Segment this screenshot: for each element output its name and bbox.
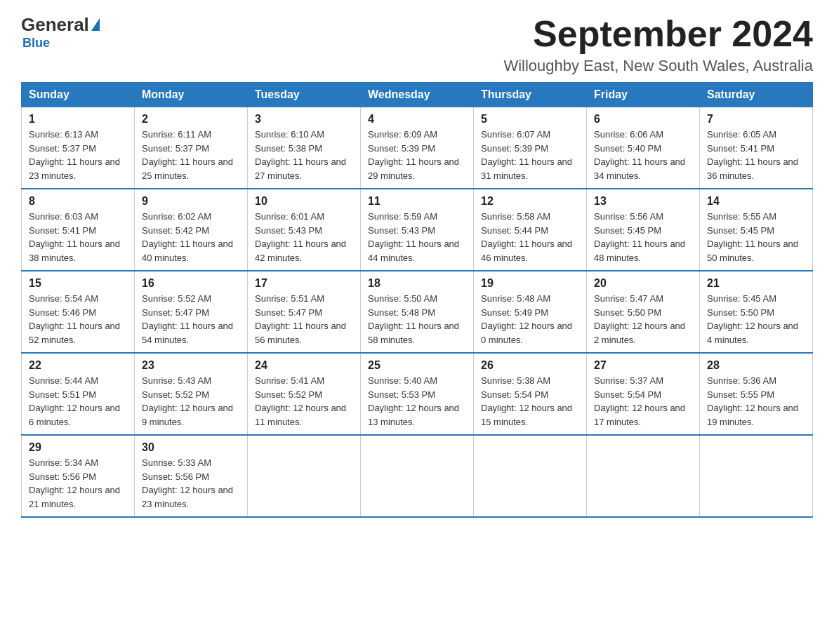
table-row: 23 Sunrise: 5:43 AM Sunset: 5:52 PM Dayl…: [135, 353, 248, 435]
table-row: 28 Sunrise: 5:36 AM Sunset: 5:55 PM Dayl…: [700, 353, 813, 435]
day-info: Sunrise: 6:02 AM Sunset: 5:42 PM Dayligh…: [142, 210, 240, 264]
day-info: Sunrise: 6:09 AM Sunset: 5:39 PM Dayligh…: [368, 128, 466, 182]
day-info: Sunrise: 5:38 AM Sunset: 5:54 PM Dayligh…: [481, 374, 579, 429]
day-number: 10: [255, 195, 353, 208]
table-row: 12 Sunrise: 5:58 AM Sunset: 5:44 PM Dayl…: [474, 189, 587, 271]
calendar-week-row: 1 Sunrise: 6:13 AM Sunset: 5:37 PM Dayli…: [22, 107, 813, 189]
header-friday: Friday: [587, 83, 700, 107]
table-row: 5 Sunrise: 6:07 AM Sunset: 5:39 PM Dayli…: [474, 107, 587, 189]
day-number: 15: [29, 277, 127, 290]
table-row: 17 Sunrise: 5:51 AM Sunset: 5:47 PM Dayl…: [248, 271, 361, 353]
day-info: Sunrise: 5:55 AM Sunset: 5:45 PM Dayligh…: [707, 210, 805, 264]
day-number: 21: [707, 277, 805, 290]
header-tuesday: Tuesday: [248, 83, 361, 107]
day-number: 12: [481, 195, 579, 208]
day-number: 6: [594, 113, 692, 126]
table-row: [248, 435, 361, 517]
day-number: 19: [481, 277, 579, 290]
table-row: 6 Sunrise: 6:06 AM Sunset: 5:40 PM Dayli…: [587, 107, 700, 189]
logo-blue-text: Blue: [22, 36, 50, 50]
logo: General Blue: [21, 14, 100, 51]
table-row: 14 Sunrise: 5:55 AM Sunset: 5:45 PM Dayl…: [700, 189, 813, 271]
day-info: Sunrise: 5:33 AM Sunset: 5:56 PM Dayligh…: [142, 456, 240, 511]
day-number: 17: [255, 277, 353, 290]
day-number: 7: [707, 113, 805, 126]
day-number: 5: [481, 113, 579, 126]
day-number: 11: [368, 195, 466, 208]
day-number: 9: [142, 195, 240, 208]
day-number: 3: [255, 113, 353, 126]
day-info: Sunrise: 5:59 AM Sunset: 5:43 PM Dayligh…: [368, 210, 466, 264]
table-row: 10 Sunrise: 6:01 AM Sunset: 5:43 PM Dayl…: [248, 189, 361, 271]
table-row: 11 Sunrise: 5:59 AM Sunset: 5:43 PM Dayl…: [361, 189, 474, 271]
day-info: Sunrise: 5:43 AM Sunset: 5:52 PM Dayligh…: [142, 374, 240, 429]
calendar-week-row: 15 Sunrise: 5:54 AM Sunset: 5:46 PM Dayl…: [22, 271, 813, 353]
header-saturday: Saturday: [700, 83, 813, 107]
table-row: 9 Sunrise: 6:02 AM Sunset: 5:42 PM Dayli…: [135, 189, 248, 271]
day-number: 26: [481, 359, 579, 372]
location-title: Willoughby East, New South Wales, Austra…: [503, 57, 813, 75]
calendar-header: Sunday Monday Tuesday Wednesday Thursday…: [22, 83, 813, 107]
table-row: 4 Sunrise: 6:09 AM Sunset: 5:39 PM Dayli…: [361, 107, 474, 189]
day-info: Sunrise: 6:10 AM Sunset: 5:38 PM Dayligh…: [255, 128, 353, 182]
table-row: [700, 435, 813, 517]
header-thursday: Thursday: [474, 83, 587, 107]
day-info: Sunrise: 5:37 AM Sunset: 5:54 PM Dayligh…: [594, 374, 692, 429]
table-row: 7 Sunrise: 6:05 AM Sunset: 5:41 PM Dayli…: [700, 107, 813, 189]
day-number: 14: [707, 195, 805, 208]
table-row: [361, 435, 474, 517]
day-info: Sunrise: 5:54 AM Sunset: 5:46 PM Dayligh…: [29, 292, 127, 347]
table-row: 13 Sunrise: 5:56 AM Sunset: 5:45 PM Dayl…: [587, 189, 700, 271]
table-row: 8 Sunrise: 6:03 AM Sunset: 5:41 PM Dayli…: [22, 189, 135, 271]
table-row: 1 Sunrise: 6:13 AM Sunset: 5:37 PM Dayli…: [22, 107, 135, 189]
calendar-table: Sunday Monday Tuesday Wednesday Thursday…: [21, 82, 813, 518]
day-number: 27: [594, 359, 692, 372]
day-number: 8: [29, 195, 127, 208]
day-info: Sunrise: 5:58 AM Sunset: 5:44 PM Dayligh…: [481, 210, 579, 264]
logo-general-text: General: [21, 14, 89, 36]
title-area: September 2024 Willoughby East, New Sout…: [503, 14, 813, 75]
table-row: [587, 435, 700, 517]
table-row: 21 Sunrise: 5:45 AM Sunset: 5:50 PM Dayl…: [700, 271, 813, 353]
day-info: Sunrise: 5:44 AM Sunset: 5:51 PM Dayligh…: [29, 374, 127, 429]
day-info: Sunrise: 5:45 AM Sunset: 5:50 PM Dayligh…: [707, 292, 805, 347]
day-info: Sunrise: 5:51 AM Sunset: 5:47 PM Dayligh…: [255, 292, 353, 347]
table-row: 27 Sunrise: 5:37 AM Sunset: 5:54 PM Dayl…: [587, 353, 700, 435]
table-row: 2 Sunrise: 6:11 AM Sunset: 5:37 PM Dayli…: [135, 107, 248, 189]
day-number: 20: [594, 277, 692, 290]
header-row: Sunday Monday Tuesday Wednesday Thursday…: [22, 83, 813, 107]
table-row: 3 Sunrise: 6:10 AM Sunset: 5:38 PM Dayli…: [248, 107, 361, 189]
day-info: Sunrise: 6:13 AM Sunset: 5:37 PM Dayligh…: [29, 128, 127, 182]
day-number: 25: [368, 359, 466, 372]
day-number: 22: [29, 359, 127, 372]
table-row: 18 Sunrise: 5:50 AM Sunset: 5:48 PM Dayl…: [361, 271, 474, 353]
table-row: 15 Sunrise: 5:54 AM Sunset: 5:46 PM Dayl…: [22, 271, 135, 353]
day-number: 2: [142, 113, 240, 126]
day-number: 28: [707, 359, 805, 372]
day-info: Sunrise: 6:05 AM Sunset: 5:41 PM Dayligh…: [707, 128, 805, 182]
table-row: 29 Sunrise: 5:34 AM Sunset: 5:56 PM Dayl…: [22, 435, 135, 517]
day-info: Sunrise: 5:36 AM Sunset: 5:55 PM Dayligh…: [707, 374, 805, 429]
day-info: Sunrise: 5:48 AM Sunset: 5:49 PM Dayligh…: [481, 292, 579, 347]
table-row: [474, 435, 587, 517]
day-number: 23: [142, 359, 240, 372]
header-sunday: Sunday: [22, 83, 135, 107]
day-number: 30: [142, 441, 240, 454]
table-row: 22 Sunrise: 5:44 AM Sunset: 5:51 PM Dayl…: [22, 353, 135, 435]
day-info: Sunrise: 5:47 AM Sunset: 5:50 PM Dayligh…: [594, 292, 692, 347]
day-number: 29: [29, 441, 127, 454]
day-number: 16: [142, 277, 240, 290]
logo-triangle-icon: [91, 18, 100, 31]
day-info: Sunrise: 6:01 AM Sunset: 5:43 PM Dayligh…: [255, 210, 353, 264]
day-info: Sunrise: 5:34 AM Sunset: 5:56 PM Dayligh…: [29, 456, 127, 511]
day-info: Sunrise: 6:11 AM Sunset: 5:37 PM Dayligh…: [142, 128, 240, 182]
table-row: 26 Sunrise: 5:38 AM Sunset: 5:54 PM Dayl…: [474, 353, 587, 435]
day-number: 13: [594, 195, 692, 208]
table-row: 25 Sunrise: 5:40 AM Sunset: 5:53 PM Dayl…: [361, 353, 474, 435]
month-title: September 2024: [503, 14, 813, 54]
page-header: General Blue September 2024 Willoughby E…: [21, 14, 813, 75]
calendar-week-row: 29 Sunrise: 5:34 AM Sunset: 5:56 PM Dayl…: [22, 435, 813, 517]
day-info: Sunrise: 6:07 AM Sunset: 5:39 PM Dayligh…: [481, 128, 579, 182]
table-row: 19 Sunrise: 5:48 AM Sunset: 5:49 PM Dayl…: [474, 271, 587, 353]
table-row: 16 Sunrise: 5:52 AM Sunset: 5:47 PM Dayl…: [135, 271, 248, 353]
